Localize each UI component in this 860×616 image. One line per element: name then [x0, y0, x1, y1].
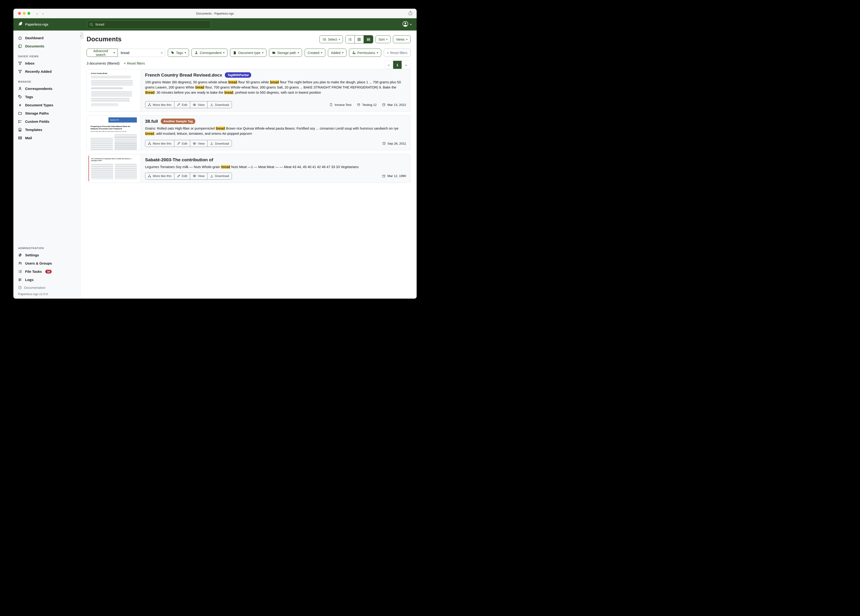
envelope-icon	[18, 136, 22, 140]
file-tasks-badge: 16	[45, 270, 52, 273]
document-thumbnail[interactable]: The contribution of vegetarian diets to …	[87, 154, 141, 183]
sidebar-item-mail[interactable]: Mail	[13, 134, 80, 142]
filter-added[interactable]: Added▾	[328, 49, 347, 57]
document-title[interactable]: 38.full	[145, 119, 158, 124]
action-label: More like this	[153, 103, 171, 107]
select-button[interactable]: Select ▾	[319, 35, 343, 43]
select-list-icon	[322, 38, 326, 41]
sidebar-item-users-groups[interactable]: Users & Groups	[13, 259, 80, 267]
eye-icon	[193, 103, 196, 107]
sidebar-item-settings[interactable]: Settings	[13, 251, 80, 259]
download-icon	[210, 142, 213, 145]
thumb-doc-title: The contribution of vegetarian diets to …	[91, 158, 137, 162]
view-details-button[interactable]	[364, 35, 373, 43]
document-count: 3 documents (filtered)	[86, 61, 119, 65]
views-label: Views	[396, 38, 405, 41]
document-thumbnail[interactable]: French Country Bread	[87, 69, 141, 111]
thumb-banner: Nutrition FYI	[108, 117, 137, 123]
sidebar-item-document-types[interactable]: # Document Types	[13, 101, 80, 109]
minimize-button[interactable]	[23, 12, 25, 15]
pagination-next[interactable]: »	[402, 61, 410, 69]
action-label: View	[198, 142, 205, 145]
reset-filters-link[interactable]: × Reset filters	[124, 61, 145, 65]
chevron-down-icon: ▾	[321, 52, 322, 54]
share-icon[interactable]	[408, 11, 413, 16]
pagination-prev[interactable]: «	[384, 61, 393, 69]
sort-button[interactable]: Sort ▾	[375, 35, 391, 43]
user-menu[interactable]: ▾	[402, 21, 411, 28]
sidebar-item-tags[interactable]: Tags	[13, 93, 80, 101]
edit-button[interactable]: Edit	[174, 140, 190, 147]
chevron-down-icon: ▾	[342, 52, 344, 54]
sidebar-item-logs[interactable]: Logs	[13, 276, 80, 284]
sidebar-item-templates[interactable]: Templates	[13, 126, 80, 134]
action-label: View	[198, 103, 205, 107]
view-button[interactable]: View	[190, 101, 207, 108]
sidebar-label: Custom Fields	[25, 119, 49, 124]
sidebar-item-file-tasks[interactable]: File Tasks 16	[13, 267, 80, 276]
sidebar-item-documents[interactable]: Documents	[13, 42, 80, 50]
filter-correspondent[interactable]: Correspondent▾	[191, 49, 228, 57]
document-thumbnail[interactable]: Nutrition FYIPreparing to Prescribe Plan…	[87, 115, 141, 150]
download-button[interactable]: Download	[207, 173, 232, 179]
back-icon[interactable]: ‹	[36, 11, 38, 16]
reset-filters-button[interactable]: × Reset filters	[384, 49, 411, 57]
documentation-link[interactable]: Documentation	[13, 284, 80, 291]
pagination-page-1[interactable]: 1	[393, 61, 402, 69]
calendar-icon	[382, 174, 385, 178]
edit-button[interactable]: Edit	[174, 101, 190, 108]
action-label: Download	[215, 103, 229, 107]
more-like-this-button[interactable]: More like this	[145, 173, 174, 179]
folder-icon	[18, 111, 22, 115]
document-tag[interactable]: Another Sample Tag	[161, 119, 195, 124]
sidebar-section-saved-views: SAVED VIEWS	[18, 55, 75, 58]
document-title[interactable]: French Country Bread Revised.docx	[145, 72, 222, 78]
pencil-icon	[177, 142, 180, 145]
x-icon: ×	[387, 51, 389, 55]
sidebar-item-storage-paths[interactable]: Storage Paths	[13, 109, 80, 117]
document-actions: More like thisEditViewDownload	[145, 140, 232, 147]
filter-label: Correspondent	[200, 51, 221, 55]
sidebar-item-dashboard[interactable]: Dashboard	[13, 34, 80, 42]
sidebar-section-administration: ADMINISTRATION	[18, 247, 75, 250]
advanced-search-button[interactable]: Advanced search ▾	[86, 49, 118, 57]
sidebar-item-inbox[interactable]: Inbox	[13, 59, 80, 68]
close-button[interactable]	[18, 12, 21, 15]
view-list-button[interactable]	[345, 35, 355, 43]
view-button[interactable]: View	[190, 173, 207, 179]
thumb-byline: Caroline Trapp, MSN, APRN, BC-ADM, CDE, …	[91, 131, 137, 132]
download-button[interactable]: Download	[207, 101, 232, 108]
meta-item: Mar 13, 2022	[382, 103, 406, 107]
document-title[interactable]: Sabaté-2003-The contribution of	[145, 157, 213, 162]
document-snippet: Grains: Rolled oats High-fiber or pumper…	[145, 126, 406, 137]
funnel-icon	[18, 69, 22, 74]
filter-permissions[interactable]: Permissions▾	[349, 49, 381, 57]
zoom-button[interactable]	[27, 12, 30, 15]
download-icon	[210, 174, 213, 178]
global-search[interactable]	[87, 20, 211, 29]
eye-icon	[193, 142, 196, 145]
filter-search-input[interactable]	[120, 51, 159, 55]
forward-icon[interactable]: ›	[42, 11, 44, 16]
sidebar-label: File Tasks	[25, 269, 42, 273]
more-like-this-button[interactable]: More like this	[145, 140, 174, 147]
filter-document-type[interactable]: Document type▾	[230, 49, 267, 57]
thumb-doc-title: French Country Bread	[91, 72, 137, 74]
views-button[interactable]: Views ▾	[393, 35, 411, 43]
filter-tags[interactable]: Tags▾	[168, 49, 189, 57]
app-logo[interactable]: Paperless-ngx	[17, 21, 49, 27]
filter-storage-path[interactable]: Storage path▾	[269, 49, 302, 57]
sidebar-item-custom-fields[interactable]: Custom Fields	[13, 117, 80, 126]
global-search-input[interactable]	[95, 22, 208, 27]
filter-created[interactable]: Created▾	[304, 49, 325, 57]
view-button[interactable]: View	[190, 140, 207, 147]
view-grid-button[interactable]	[355, 35, 364, 43]
clear-search-icon[interactable]: ×	[159, 51, 163, 55]
download-button[interactable]: Download	[207, 140, 232, 147]
document-tag[interactable]: TagWithPartial	[225, 72, 251, 78]
sidebar-item-correspondents[interactable]: Correspondents	[13, 85, 80, 93]
edit-button[interactable]: Edit	[174, 173, 190, 179]
sidebar-collapse-button[interactable]: «	[80, 32, 83, 39]
more-like-this-button[interactable]: More like this	[145, 101, 174, 108]
sidebar-item-recently-added[interactable]: Recently Added	[13, 68, 80, 75]
